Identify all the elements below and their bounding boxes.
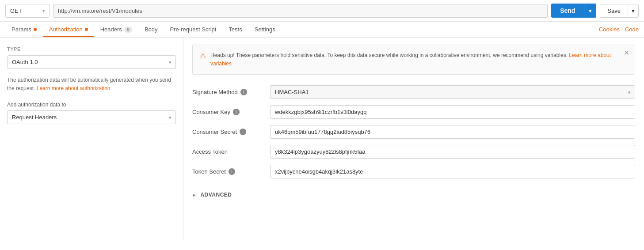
code-link[interactable]: Code (625, 26, 639, 33)
access-token-label: Access Token (192, 148, 263, 155)
add-auth-select[interactable]: Request Headers (7, 110, 176, 124)
signature-method-label: Signature Method i (192, 89, 263, 95)
warning-banner: ⚠ Heads up! These parameters hold sensit… (192, 45, 635, 75)
tab-headers[interactable]: Headers 9 (94, 22, 138, 37)
consumer-secret-row: Consumer Secret i (192, 125, 635, 139)
access-token-input[interactable] (270, 145, 635, 159)
tab-pre-request-script[interactable]: Pre-request Script (164, 22, 223, 37)
signature-method-select[interactable]: HMAC-SHA1 HMAC-SHA256 RSA-SHA1 PLAINTEXT (270, 85, 635, 99)
token-secret-input[interactable] (270, 165, 635, 178)
save-group: Save ▾ (600, 4, 639, 18)
type-label: TYPE (7, 46, 176, 52)
pre-request-label: Pre-request Script (170, 26, 217, 33)
tab-settings[interactable]: Settings (248, 22, 282, 37)
consumer-key-label: Consumer Key i (192, 109, 263, 115)
access-token-row: Access Token (192, 145, 635, 159)
save-dropdown-button[interactable]: ▾ (628, 4, 638, 17)
body-label: Body (145, 26, 158, 33)
signature-method-row: Signature Method i HMAC-SHA1 HMAC-SHA256… (192, 85, 635, 99)
token-secret-info-icon[interactable]: i (229, 168, 235, 175)
signature-method-select-wrapper: HMAC-SHA1 HMAC-SHA256 RSA-SHA1 PLAINTEXT… (270, 85, 635, 99)
advanced-toggle[interactable]: ► ADVANCED (192, 192, 635, 198)
settings-label: Settings (255, 26, 275, 33)
params-dot (34, 28, 37, 31)
auth-type-select[interactable]: OAuth 1.0 (7, 55, 176, 69)
authorization-dot (85, 28, 88, 31)
consumer-secret-label: Consumer Secret i (192, 129, 263, 135)
url-input[interactable] (53, 4, 548, 18)
save-button[interactable]: Save (600, 4, 628, 17)
advanced-chevron-icon: ► (192, 193, 197, 197)
tab-params[interactable]: Params (5, 22, 43, 37)
consumer-key-row: Consumer Key i (192, 105, 635, 119)
consumer-key-input[interactable] (270, 105, 635, 119)
params-label: Params (11, 26, 31, 33)
headers-label: Headers (100, 26, 122, 33)
auth-description: The authorization data will be automatic… (7, 76, 176, 93)
method-select[interactable]: GET (5, 4, 50, 18)
tab-tests[interactable]: Tests (222, 22, 248, 37)
advanced-section: ► ADVANCED (192, 187, 635, 198)
headers-badge: 9 (124, 27, 132, 33)
tab-authorization[interactable]: Authorization (43, 22, 94, 37)
token-secret-label: Token Secret i (192, 168, 263, 175)
add-auth-label: Add authorization data to (7, 102, 176, 108)
main-content: TYPE OAuth 1.0 ▾ The authorization data … (0, 38, 644, 241)
cookies-link[interactable]: Cookies (599, 26, 620, 33)
send-group: Send ▾ (551, 4, 596, 18)
consumer-secret-info-icon[interactable]: i (240, 129, 246, 135)
warning-icon: ⚠ (200, 52, 206, 60)
learn-more-auth-link[interactable]: Learn more about authorization (37, 85, 111, 91)
right-panel: ⚠ Heads up! These parameters hold sensit… (183, 38, 644, 241)
tabs-bar: Params Authorization Headers 9 Body Pre-… (0, 22, 644, 38)
send-dropdown-button[interactable]: ▾ (584, 4, 596, 18)
signature-method-info-icon[interactable]: i (240, 89, 247, 95)
advanced-label: ADVANCED (200, 192, 232, 198)
warning-text: Heads up! These parameters hold sensitiv… (210, 51, 628, 68)
top-bar: GET ▾ Send ▾ Save ▾ (0, 0, 644, 22)
consumer-secret-input[interactable] (270, 125, 635, 139)
consumer-key-info-icon[interactable]: i (233, 109, 240, 115)
warning-close-button[interactable]: ✕ (624, 49, 629, 57)
authorization-label: Authorization (49, 26, 83, 33)
token-secret-row: Token Secret i (192, 165, 635, 178)
left-panel: TYPE OAuth 1.0 ▾ The authorization data … (0, 38, 183, 241)
tabs-right: Cookies Code (599, 26, 639, 33)
tab-body[interactable]: Body (138, 22, 164, 37)
tests-label: Tests (229, 26, 242, 33)
send-button[interactable]: Send (551, 4, 584, 18)
